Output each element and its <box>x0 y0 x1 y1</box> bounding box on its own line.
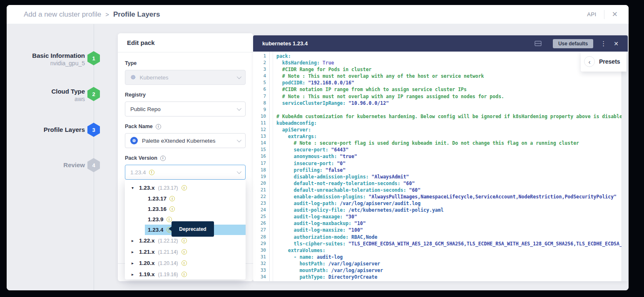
editor-close-icon[interactable]: ✕ <box>614 40 619 47</box>
breadcrumb-parent[interactable]: Add a new cluster profile <box>24 10 101 19</box>
version-group-1-21-x[interactable]: ▸ 1.21.x (1.21.14) ! <box>125 246 246 257</box>
step-number: 2 <box>92 91 95 97</box>
info-icon[interactable]: i <box>160 156 166 161</box>
pack-version-label: Pack Version <box>125 155 157 161</box>
split-view-icon[interactable] <box>535 41 542 46</box>
use-defaults-button[interactable]: Use defaults <box>553 39 593 48</box>
code-line[interactable] <box>276 106 622 113</box>
kebab-menu-icon[interactable]: ⋮ <box>600 40 607 47</box>
code-line[interactable]: k8sHardening: True <box>276 59 622 66</box>
code-line[interactable]: # KubeAdm customization for kubernetes h… <box>276 113 622 120</box>
code-line[interactable]: audit-log-maxbackup: "10" <box>276 220 622 227</box>
edit-pack-form: Type ☸ Kubernetes Registry Public Repo <box>118 52 253 180</box>
registry-select[interactable]: Public Repo <box>125 101 246 116</box>
warning-icon: ! <box>182 272 187 277</box>
step-sublabel: aws <box>22 95 85 103</box>
line-number: 25 <box>253 213 266 220</box>
code-line[interactable]: hostPath: /var/log/apiserver <box>276 260 622 267</box>
info-icon[interactable]: i <box>156 124 161 129</box>
pack-name-select[interactable]: ☸ Palette eXtended Kubernetes <box>125 133 246 148</box>
line-number: 3 <box>253 66 266 73</box>
code-line[interactable]: # Note : secure-port flag is used during… <box>276 140 622 146</box>
code-line[interactable]: # Note : This must not overlap with any … <box>276 73 622 79</box>
line-number: 9 <box>253 106 266 113</box>
step-1-hexagon[interactable]: 1 <box>87 51 100 65</box>
window-header-actions: API ✕ <box>587 10 618 19</box>
code-line[interactable]: audit-log-path: /var/log/apiserver/audit… <box>276 200 622 207</box>
wizard-body: Basic Information nvidia_gpu_5 1 Cloud T… <box>7 24 629 290</box>
editor-body: 1234567891011121314151617181920212223242… <box>253 52 628 281</box>
step-label: Basic Information <box>22 52 85 59</box>
pack-name-field-group: Pack Name i ☸ Palette eXtended Kubernete… <box>125 123 246 148</box>
code-line[interactable]: pathType: DirectoryOrCreate <box>276 274 622 280</box>
warning-icon: ! <box>182 185 187 191</box>
code-line[interactable]: default-not-ready-toleration-seconds: "6… <box>276 180 622 187</box>
code-line[interactable]: # Note : This must not overlap with any … <box>276 93 622 100</box>
version-option-1-23-16[interactable]: 1.23.16 ! <box>125 204 246 214</box>
registry-field-group: Registry Public Repo <box>125 92 246 116</box>
yaml-code-area[interactable]: pack: k8sHardening: True #CIDR Range for… <box>273 52 622 281</box>
version-group-1-20-x[interactable]: ▸ 1.20.x (1.20.14) ! <box>125 257 246 269</box>
code-line[interactable]: authorization-mode: RBAC,Node <box>276 234 622 240</box>
code-line[interactable]: audit-log-maxage: "30" <box>276 213 622 220</box>
version-group-1-19-x[interactable]: ▸ 1.19.x (1.19.16) ! <box>125 269 246 280</box>
code-line[interactable]: profiling: "false" <box>276 167 622 173</box>
code-line[interactable]: kubeadmconfig: <box>276 120 622 126</box>
step-3-hexagon[interactable]: 3 <box>87 123 100 137</box>
step-label: Profile Layers <box>22 126 85 134</box>
presets-collapse-icon[interactable]: ‹ <box>584 56 595 67</box>
close-window-icon[interactable]: ✕ <box>612 11 618 18</box>
header-divider <box>604 10 604 19</box>
code-line[interactable]: anonymous-auth: "true" <box>276 153 622 160</box>
code-line[interactable]: insecure-port: "0" <box>276 160 622 167</box>
line-number: 8 <box>253 100 266 106</box>
line-number: 26 <box>253 220 266 227</box>
version-group-1-22-x[interactable]: ▸ 1.22.x (1.22.12) ! <box>125 235 246 246</box>
line-number: 32 <box>253 260 266 267</box>
type-select: ☸ Kubernetes <box>125 70 246 85</box>
line-number: 10 <box>253 113 266 120</box>
warning-icon: ! <box>182 238 187 243</box>
code-line[interactable]: audit-policy-file: /etc/kubernetes/audit… <box>276 207 622 213</box>
code-line[interactable]: extraVolumes: <box>276 247 622 254</box>
step-profile-layers: Profile Layers 3 <box>7 123 107 137</box>
breadcrumb-separator: > <box>105 11 109 18</box>
code-line[interactable]: mountPath: /var/log/apiserver <box>276 267 622 274</box>
code-line[interactable]: secure-port: "6443" <box>276 146 622 153</box>
code-line[interactable]: tls-cipher-suites: "TLS_ECDHE_ECDSA_WITH… <box>276 240 622 247</box>
line-number: 22 <box>253 193 266 200</box>
code-line[interactable]: pack: <box>276 53 622 59</box>
code-line[interactable]: default-unreachable-toleration-seconds: … <box>276 187 622 193</box>
code-line[interactable]: apiServer: <box>276 126 622 133</box>
version-group-1-23-x[interactable]: ▾ 1.23.x (1.23.17) ! <box>125 182 246 193</box>
line-number: 2 <box>253 59 266 66</box>
step-2-hexagon[interactable]: 2 <box>87 87 100 101</box>
editor-scrollbar[interactable] <box>622 52 628 281</box>
code-line[interactable]: #CIDR Range for Pods in cluster <box>276 66 622 73</box>
code-line[interactable]: disable-admission-plugins: "AlwaysAdmit" <box>276 173 622 180</box>
line-number: 21 <box>253 187 266 193</box>
breadcrumb: Add a new cluster profile > Profile Laye… <box>24 10 160 19</box>
api-button[interactable]: API <box>587 11 596 17</box>
step-number: 1 <box>92 55 95 62</box>
type-value: Kubernetes <box>139 74 168 81</box>
code-line[interactable]: audit-log-maxsize: "100" <box>276 227 622 233</box>
line-number: 34 <box>253 274 266 280</box>
code-line[interactable]: podCIDR: "192.168.0.0/16" <box>276 79 622 86</box>
step-number: 3 <box>92 127 95 133</box>
line-number: 1 <box>253 53 266 59</box>
code-line[interactable]: extraArgs: <box>276 133 622 140</box>
chevron-down-icon <box>237 138 241 142</box>
editor-title: kubernetes 1.23.4 <box>262 40 308 47</box>
line-number: 5 <box>253 79 266 86</box>
warning-icon: ! <box>149 170 154 175</box>
code-line[interactable]: serviceClusterIpRange: "10.96.0.0/12" <box>276 100 622 106</box>
code-line[interactable]: - name: audit-log <box>276 254 622 260</box>
window-header: Add a new cluster profile > Profile Laye… <box>7 5 629 24</box>
code-line[interactable]: enable-admission-plugins: "AlwaysPullIma… <box>276 193 622 200</box>
code-line[interactable]: #CIDR notation IP range from which to as… <box>276 86 622 93</box>
step-4-hexagon[interactable]: 4 <box>87 158 100 172</box>
pack-version-select[interactable]: 1.23.4 ! <box>125 165 246 180</box>
version-option-1-23-17[interactable]: 1.23.17 ! <box>125 193 246 204</box>
line-number: 24 <box>253 207 266 213</box>
